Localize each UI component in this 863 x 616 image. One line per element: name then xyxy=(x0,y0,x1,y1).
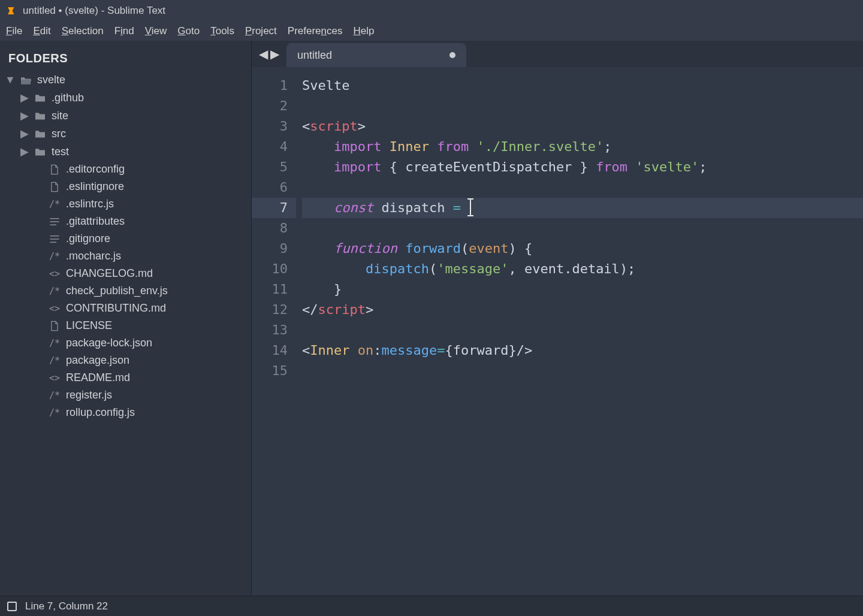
tree-item[interactable]: /*package.json xyxy=(5,352,246,369)
tree-item[interactable]: .gitattributes xyxy=(5,213,246,230)
sidebar-heading: FOLDERS xyxy=(8,52,246,65)
code-line[interactable] xyxy=(302,361,863,381)
line-number[interactable]: 7 xyxy=(252,198,296,218)
code-line[interactable] xyxy=(302,320,863,340)
sidebar[interactable]: FOLDERS ▼svelte▶.github▶site▶src▶test.ed… xyxy=(0,41,252,596)
tabbar: ◀ ▶ untitled xyxy=(252,41,863,67)
line-number[interactable]: 3 xyxy=(252,116,288,137)
code-area[interactable]: 123456789101112131415 Svelte <script> im… xyxy=(252,67,863,596)
menu-preferences[interactable]: Preferences xyxy=(288,25,343,37)
menu-tools[interactable]: Tools xyxy=(210,25,234,37)
panel-toggle-icon[interactable] xyxy=(7,602,17,611)
line-number[interactable]: 8 xyxy=(252,218,288,238)
code-line[interactable]: dispatch('message', event.detail); xyxy=(302,259,863,279)
tab-next-icon[interactable]: ▶ xyxy=(270,47,279,61)
chevron-down-icon[interactable]: ▼ xyxy=(6,74,14,86)
chevron-right-icon[interactable]: ▶ xyxy=(20,145,29,158)
chevron-right-icon[interactable]: ▶ xyxy=(20,91,29,104)
line-number[interactable]: 4 xyxy=(252,137,288,157)
line-number[interactable]: 12 xyxy=(252,300,288,320)
code-line[interactable] xyxy=(302,96,863,116)
code-line[interactable]: function forward(event) { xyxy=(302,238,863,259)
code-line[interactable]: } xyxy=(302,279,863,300)
line-number[interactable]: 1 xyxy=(252,76,288,96)
tree-item-label: LICENSE xyxy=(66,319,112,332)
js-icon: /* xyxy=(48,338,61,349)
chevron-right-icon[interactable]: ▶ xyxy=(20,127,29,140)
tree-item-label: CHANGELOG.md xyxy=(66,267,153,280)
line-number[interactable]: 5 xyxy=(252,157,288,177)
code-line[interactable]: <script> xyxy=(302,116,863,137)
tab-untitled[interactable]: untitled xyxy=(286,43,466,67)
tree-item-label: rollup.config.js xyxy=(66,406,135,419)
line-number[interactable]: 2 xyxy=(252,96,288,116)
tree-item[interactable]: ▶test xyxy=(5,143,246,161)
code-line[interactable]: Svelte xyxy=(302,76,863,96)
code-line[interactable]: import Inner from './Inner.svelte'; xyxy=(302,137,863,157)
tree-item[interactable]: /*rollup.config.js xyxy=(5,404,246,421)
menu-selection[interactable]: Selection xyxy=(62,25,104,37)
tree-item[interactable]: <>CHANGELOG.md xyxy=(5,265,246,282)
menu-project[interactable]: Project xyxy=(245,25,277,37)
tree-item[interactable]: LICENSE xyxy=(5,317,246,334)
code-line[interactable]: const dispatch = xyxy=(302,198,863,218)
line-number[interactable]: 11 xyxy=(252,279,288,300)
code-line[interactable] xyxy=(302,177,863,198)
menu-find[interactable]: Find xyxy=(114,25,134,37)
tree-item[interactable]: /*check_publish_env.js xyxy=(5,282,246,300)
code-icon: <> xyxy=(48,373,61,384)
line-number[interactable]: 13 xyxy=(252,320,288,340)
app-logo-icon xyxy=(6,5,17,16)
menu-help[interactable]: Help xyxy=(354,25,375,37)
line-number[interactable]: 6 xyxy=(252,177,288,198)
line-number[interactable]: 9 xyxy=(252,238,288,259)
js-icon: /* xyxy=(48,199,61,210)
tree-item[interactable]: .editorconfig xyxy=(5,161,246,178)
tab-prev-icon[interactable]: ◀ xyxy=(259,47,268,61)
menu-edit[interactable]: Edit xyxy=(33,25,50,37)
tree-item[interactable]: ▶.github xyxy=(5,89,246,107)
tree-item[interactable]: ▼svelte xyxy=(5,71,246,89)
tree-item[interactable]: ▶src xyxy=(5,125,246,143)
tree-item-label: CONTRIBUTING.md xyxy=(66,302,166,315)
status-position[interactable]: Line 7, Column 22 xyxy=(25,600,108,612)
tree-item[interactable]: <>CONTRIBUTING.md xyxy=(5,300,246,317)
js-icon: /* xyxy=(48,407,61,418)
tree-item-label: .eslintrc.js xyxy=(66,198,114,210)
tree-item[interactable]: /*.eslintrc.js xyxy=(5,195,246,213)
tree-item-label: svelte xyxy=(37,74,65,86)
js-icon: /* xyxy=(48,390,61,401)
code-line[interactable]: <Inner on:message={forward}/> xyxy=(302,340,863,361)
code-line[interactable]: import { createEventDispatcher } from 's… xyxy=(302,157,863,177)
line-number[interactable]: 14 xyxy=(252,340,288,361)
tree-item[interactable]: ▶site xyxy=(5,107,246,125)
folder-open-icon xyxy=(19,76,32,85)
tree-item[interactable]: /*register.js xyxy=(5,386,246,404)
tree-item-label: register.js xyxy=(66,389,112,401)
menu-goto[interactable]: Goto xyxy=(177,25,200,37)
tree-item-label: README.md xyxy=(66,372,130,384)
folder-icon xyxy=(34,147,47,156)
tree-item[interactable]: /*.mocharc.js xyxy=(5,247,246,265)
js-icon: /* xyxy=(48,286,61,297)
tree-item-label: package-lock.json xyxy=(66,337,152,349)
tree-item-label: check_publish_env.js xyxy=(66,285,168,297)
tree-item[interactable]: <>README.md xyxy=(5,369,246,386)
menu-view[interactable]: View xyxy=(145,25,167,37)
tree-item[interactable]: /*package-lock.json xyxy=(5,334,246,352)
tree-item-label: .github xyxy=(52,92,84,104)
menu-file[interactable]: File xyxy=(6,25,22,37)
list-icon xyxy=(48,218,61,226)
tree-item-label: site xyxy=(52,110,68,122)
js-icon: /* xyxy=(48,355,61,366)
tree-item[interactable]: .eslintignore xyxy=(5,178,246,195)
code-line[interactable]: </script> xyxy=(302,300,863,320)
line-number[interactable]: 10 xyxy=(252,259,288,279)
tree-item[interactable]: .gitignore xyxy=(5,230,246,247)
gutter[interactable]: 123456789101112131415 xyxy=(252,67,296,596)
chevron-right-icon[interactable]: ▶ xyxy=(20,109,29,122)
code-line[interactable] xyxy=(302,218,863,238)
line-number[interactable]: 15 xyxy=(252,361,288,381)
tree-item-label: package.json xyxy=(66,354,129,367)
code-content[interactable]: Svelte <script> import Inner from './Inn… xyxy=(296,67,863,596)
